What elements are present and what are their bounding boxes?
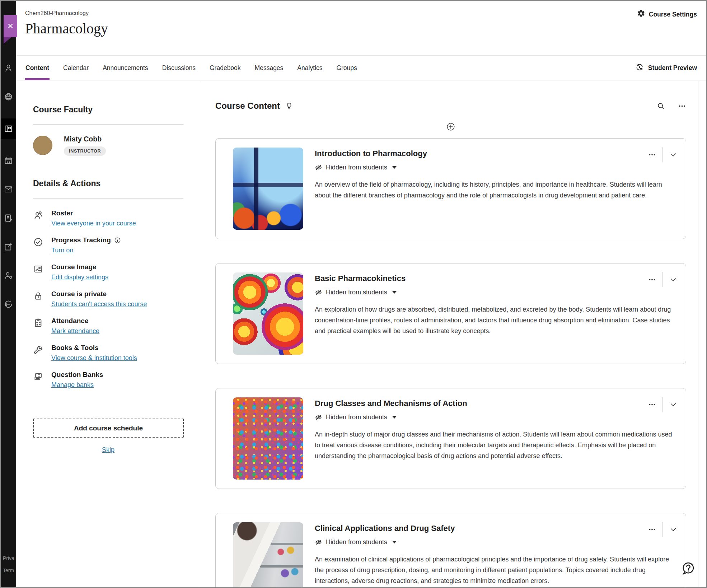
instructor-row[interactable]: Misty Cobb INSTRUCTOR xyxy=(33,135,183,156)
rail-footer-links: Priva Term xyxy=(3,552,16,577)
course-sidebar: Course Faculty Misty Cobb INSTRUCTOR Det… xyxy=(16,81,199,587)
roster-link[interactable]: View everyone in your course xyxy=(51,220,136,227)
progress-title: Progress Tracking xyxy=(51,236,121,244)
attendance-link[interactable]: Mark attendance xyxy=(51,327,99,335)
books-tools-link[interactable]: View course & institution tools xyxy=(51,354,137,362)
card-separator xyxy=(215,251,686,251)
page-title: Pharmacology xyxy=(25,20,706,37)
instructor-avatar xyxy=(33,136,52,155)
colorful-pills-photo xyxy=(233,397,303,480)
chevron-down-icon[interactable] xyxy=(669,276,677,284)
divider xyxy=(662,272,663,287)
visibility-dropdown[interactable]: Hidden from students xyxy=(315,164,676,171)
chevron-down-icon[interactable] xyxy=(669,526,677,533)
card-title[interactable]: Basic Pharmacokinetics xyxy=(315,274,406,283)
content-menu-ellipsis-icon[interactable] xyxy=(678,102,686,110)
close-course-bookmark[interactable]: ✕ xyxy=(4,15,17,37)
books-tools-title: Books & Tools xyxy=(51,344,137,352)
roster-icon xyxy=(33,209,44,227)
visibility-label: Hidden from students xyxy=(326,538,387,546)
lightbulb-icon[interactable] xyxy=(285,102,293,110)
terms-link[interactable]: Term xyxy=(3,564,16,577)
card-description: An overview of the field of pharmacology… xyxy=(315,179,676,201)
tab-groups[interactable]: Groups xyxy=(336,56,357,80)
gear-icon xyxy=(637,9,645,19)
eye-slash-icon xyxy=(315,164,322,171)
visibility-dropdown[interactable]: Hidden from students xyxy=(315,538,676,546)
books-tools-icon xyxy=(33,344,44,362)
add-course-schedule-button[interactable]: Add course schedule xyxy=(33,419,184,438)
image-icon xyxy=(33,263,44,281)
calendar-icon[interactable] xyxy=(1,154,16,168)
course-settings-label: Course Settings xyxy=(649,11,697,18)
scrollbar-track[interactable] xyxy=(698,81,698,587)
lab-glassware-photo xyxy=(233,148,303,230)
details-actions-heading: Details & Actions xyxy=(33,179,183,199)
card-description: An in-depth study of major drug classes … xyxy=(315,429,676,461)
card-ellipsis-icon[interactable] xyxy=(648,276,656,284)
tab-calendar[interactable]: Calendar xyxy=(63,56,89,80)
private-link[interactable]: Students can't access this course xyxy=(51,300,147,308)
globe-icon[interactable] xyxy=(1,90,16,104)
visibility-dropdown[interactable]: Hidden from students xyxy=(315,289,676,296)
course-content-list: Introduction to Pharmacology Hidden from… xyxy=(215,138,686,587)
grades-icon[interactable] xyxy=(1,211,16,225)
close-icon: ✕ xyxy=(7,22,14,31)
course-code: Chem260-Pharmacology xyxy=(25,10,706,17)
question-banks-icon xyxy=(33,371,44,389)
tab-gradebook[interactable]: Gradebook xyxy=(209,56,241,80)
card-separator xyxy=(215,376,686,376)
detail-item-course-image: Course Image Edit display settings xyxy=(33,263,183,281)
tab-analytics[interactable]: Analytics xyxy=(297,56,323,80)
content-card: Introduction to Pharmacology Hidden from… xyxy=(215,138,686,239)
tab-announcements[interactable]: Announcements xyxy=(102,56,148,80)
eye-slash-icon xyxy=(315,538,322,546)
progress-link[interactable]: Turn on xyxy=(51,247,73,254)
tab-discussions[interactable]: Discussions xyxy=(162,56,196,80)
detail-item-books-tools: Books & Tools View course & institution … xyxy=(33,344,183,362)
compose-icon[interactable] xyxy=(1,240,16,254)
faculty-heading: Course Faculty xyxy=(33,105,183,125)
content-card: Basic Pharmacokinetics Hidden from stude… xyxy=(215,263,686,364)
admin-icon[interactable] xyxy=(1,269,16,283)
course-image-title: Course Image xyxy=(51,263,108,271)
oil-droplets-photo xyxy=(233,272,303,355)
course-settings-button[interactable]: Course Settings xyxy=(637,9,697,19)
course-header: Chem260-Pharmacology Pharmacology Course… xyxy=(16,1,706,56)
attendance-icon xyxy=(33,317,44,335)
divider xyxy=(662,397,663,412)
help-icon[interactable] xyxy=(680,561,696,576)
chevron-down-icon[interactable] xyxy=(669,401,677,409)
plus-circle-icon[interactable] xyxy=(446,122,455,131)
chevron-down-icon[interactable] xyxy=(669,151,677,159)
divider xyxy=(662,147,663,162)
sign-out-icon[interactable] xyxy=(1,297,16,311)
search-icon[interactable] xyxy=(657,102,665,110)
tab-messages[interactable]: Messages xyxy=(254,56,284,80)
card-title[interactable]: Drug Classes and Mechanisms of Action xyxy=(315,399,467,408)
visibility-label: Hidden from students xyxy=(326,164,387,171)
skip-link[interactable]: Skip xyxy=(102,446,114,453)
visibility-dropdown[interactable]: Hidden from students xyxy=(315,414,676,421)
privacy-link[interactable]: Priva xyxy=(3,552,16,564)
question-banks-link[interactable]: Manage banks xyxy=(51,381,94,389)
courses-icon[interactable] xyxy=(1,118,16,139)
detail-item-attendance: Attendance Mark attendance xyxy=(33,317,183,335)
progress-check-icon xyxy=(33,236,44,254)
attendance-title: Attendance xyxy=(51,317,99,325)
private-title: Course is private xyxy=(51,290,147,298)
messages-icon[interactable] xyxy=(1,182,16,196)
detail-item-question-banks: Question Banks Manage banks xyxy=(33,371,183,389)
card-title[interactable]: Clinical Applications and Drug Safety xyxy=(315,524,455,533)
tab-content[interactable]: Content xyxy=(25,56,50,80)
student-preview-button[interactable]: Student Preview xyxy=(635,56,697,80)
caret-down-icon xyxy=(392,416,397,419)
eye-slash-icon xyxy=(315,289,322,296)
card-ellipsis-icon[interactable] xyxy=(648,151,656,159)
course-image-link[interactable]: Edit display settings xyxy=(51,274,108,281)
profile-icon[interactable] xyxy=(1,61,16,75)
card-ellipsis-icon[interactable] xyxy=(648,401,656,409)
card-ellipsis-icon[interactable] xyxy=(648,526,656,533)
card-title[interactable]: Introduction to Pharmacology xyxy=(315,149,427,158)
content-card: Clinical Applications and Drug Safety Hi… xyxy=(215,513,686,587)
